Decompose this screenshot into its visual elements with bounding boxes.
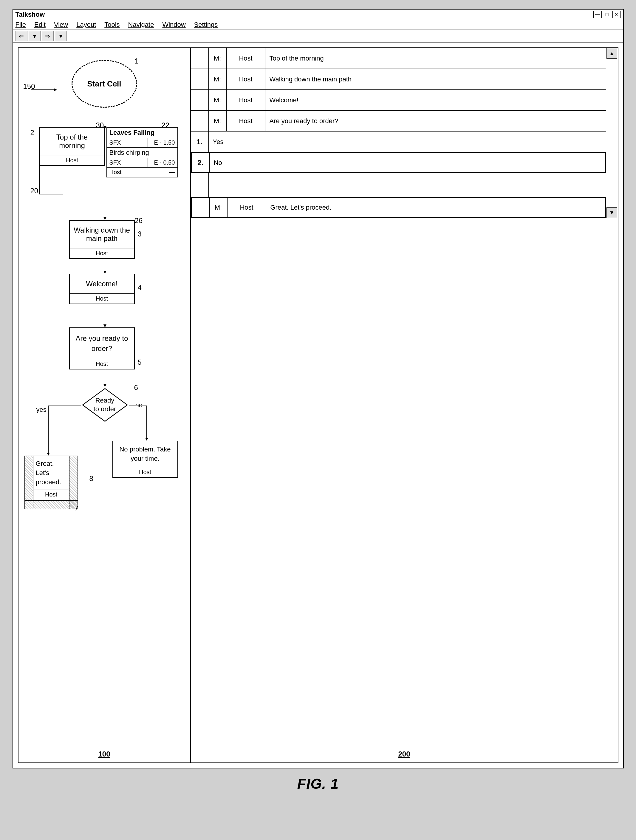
script-row6-num: 2. (192, 153, 210, 172)
back-button[interactable]: ⇐ (16, 31, 27, 41)
back-arrow-button[interactable]: ▾ (28, 31, 41, 41)
right-panel-top: M: Host Top of the morning M: Host Walki… (191, 48, 618, 218)
sfx-footer-label: Host (109, 169, 122, 176)
annotation-150: 150 (23, 82, 35, 91)
svg-marker-20 (54, 88, 57, 91)
script-row1-type: M: (209, 48, 227, 69)
script-row-1[interactable]: M: Host Top of the morning (191, 48, 606, 69)
sfx-row-2: SFX E - 0.50 (107, 158, 177, 167)
box-ready-label: Host (70, 359, 134, 369)
sfx-row-1: SFX E - 1.50 (107, 138, 177, 148)
svg-marker-15 (145, 438, 148, 441)
script-row2-type: M: (209, 69, 227, 90)
box-top-morning: Top of the morning Host (39, 127, 105, 166)
script-row4-actor: Host (227, 111, 265, 131)
box-welcome-label: Host (70, 294, 134, 303)
menu-window[interactable]: Window (162, 21, 185, 28)
menu-navigate[interactable]: Navigate (128, 21, 154, 28)
right-panel: M: Host Top of the morning M: Host Walki… (191, 47, 619, 763)
box-no-problem: No problem. Take your time. Host (112, 441, 178, 478)
script-row5-num: 1. (191, 131, 209, 152)
yes-label: yes (36, 406, 47, 414)
script-row2-actor: Host (227, 69, 265, 90)
script-row8-type: M: (210, 198, 227, 217)
annotation-2: 2 (30, 128, 34, 137)
box-ready: Are you ready to order? Host (69, 327, 135, 369)
sfx-footer: Host — (107, 167, 177, 177)
close-button[interactable]: × (612, 11, 621, 18)
forward-arrow-button[interactable]: ▾ (55, 31, 67, 41)
box-top-morning-text: Top of the morning (40, 128, 104, 155)
box-walking-label: Host (70, 248, 134, 258)
script-row-6[interactable]: 2. No (191, 152, 606, 173)
sfx-footer-dash: — (169, 169, 175, 176)
right-panel-label: 200 (398, 750, 410, 758)
left-panel: 1 Start Cell 150 2 Top of the morning (18, 47, 191, 763)
menu-view[interactable]: View (54, 21, 68, 28)
window-title: Talkshow (16, 11, 45, 19)
diamond-shape: Ready to order (81, 387, 129, 423)
script-row-3[interactable]: M: Host Welcome! (191, 90, 606, 111)
menu-settings[interactable]: Settings (194, 21, 218, 28)
start-cell: Start Cell (71, 60, 137, 107)
left-panel-label: 100 (98, 750, 110, 758)
no-label: no (136, 401, 142, 409)
diamond-ready: Ready to order (81, 387, 129, 423)
diamond-label: Ready to order (93, 396, 117, 413)
script-row4-text: Are you ready to order? (265, 111, 606, 131)
menu-edit[interactable]: Edit (34, 21, 46, 28)
figure-label: FIG. 1 (297, 769, 339, 795)
annotation-7: 7 (74, 504, 79, 513)
forward-button[interactable]: ⇒ (42, 31, 54, 41)
script-row8-actor: Host (227, 198, 266, 217)
annotation-30: 30 (96, 121, 104, 129)
sfx-row1-type: SFX (107, 138, 148, 147)
sfx-row2-value: E - 0.50 (148, 158, 177, 167)
script-row3-type: M: (209, 90, 227, 111)
app-window: Talkshow — □ × File Edit View Layout Too… (13, 9, 624, 769)
annotation-6: 6 (134, 384, 138, 392)
menu-tools[interactable]: Tools (104, 21, 120, 28)
box-welcome: Welcome! Host (69, 274, 135, 304)
scroll-up-button[interactable]: ▲ (606, 48, 617, 59)
script-row-7 (191, 173, 606, 197)
sfx-box: Leaves Falling SFX E - 1.50 Birds chirpi… (106, 127, 178, 177)
svg-marker-12 (47, 453, 50, 456)
box-top-morning-label: Host (40, 155, 104, 165)
script-row1-text: Top of the morning (265, 48, 606, 69)
script-row1-num (191, 48, 209, 69)
script-row-2[interactable]: M: Host Walking down the main path (191, 69, 606, 90)
minimize-button[interactable]: — (593, 11, 602, 18)
script-row2-num (191, 69, 209, 90)
script-row8-text: Great. Let's proceed. (266, 198, 605, 217)
box-walking: Walking down the main path Host (69, 220, 135, 259)
title-bar: Talkshow — □ × (13, 9, 623, 20)
sfx-birds-title: Birds chirping (107, 148, 177, 158)
restore-button[interactable]: □ (603, 11, 611, 18)
script-row2-text: Walking down the main path (265, 69, 606, 90)
sfx-row1-value: E - 1.50 (148, 138, 177, 147)
script-row1-actor: Host (227, 48, 265, 69)
script-row-8-selected[interactable]: M: Host Great. Let's proceed. (191, 197, 606, 218)
script-row4-num (191, 111, 209, 131)
scroll-down-button[interactable]: ▼ (606, 207, 617, 218)
box-no-problem-text: No problem. Take your time. (113, 441, 177, 467)
annotation-20: 20 (30, 187, 38, 195)
menu-file[interactable]: File (16, 21, 26, 28)
svg-marker-3 (103, 217, 106, 220)
right-scrollbar: ▲ ▼ (606, 48, 618, 218)
script-row-4[interactable]: M: Host Are you ready to order? (191, 111, 606, 131)
script-label: 200 (398, 750, 410, 758)
sfx-leaves-title: Leaves Falling (107, 128, 177, 138)
annotation-26: 26 (135, 216, 143, 225)
menu-layout[interactable]: Layout (76, 21, 96, 28)
script-row-5[interactable]: 1. Yes (191, 131, 606, 152)
svg-marker-9 (103, 384, 106, 387)
script-row8-num (192, 198, 210, 217)
box-great-text: Great. Let's proceed. (34, 456, 69, 490)
box-welcome-text: Welcome! (70, 274, 134, 294)
script-row7-num (191, 173, 209, 197)
box-ready-text: Are you ready to order? (70, 328, 134, 359)
script-row4-type: M: (209, 111, 227, 131)
box-great-label: Host (34, 490, 69, 499)
